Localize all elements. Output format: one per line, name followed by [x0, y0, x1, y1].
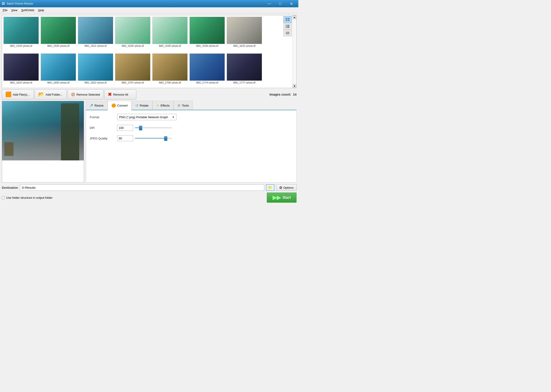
add-folder-button[interactable]: 📂 Add Folder... [35, 90, 67, 99]
gallery-item-1777[interactable]: IMG_1777~photo.tif [226, 53, 262, 88]
view-grid-btn[interactable] [283, 30, 292, 36]
menu-help[interactable]: Help [36, 8, 46, 12]
view-thumbnail-btn[interactable] [283, 16, 292, 23]
gallery-item-1774[interactable]: IMG_1774~photo.tif [189, 53, 225, 88]
gallery-item-1520[interactable]: IMG_1520~photo.tif [40, 16, 77, 51]
options-gear-icon: ⚙ [279, 186, 282, 190]
gallery-item-1539[interactable]: IMG_1539~photo.tif [189, 16, 225, 51]
thumb-1521 [78, 17, 113, 44]
jpeg-slider-fill [135, 138, 166, 139]
gallery-item-1528[interactable]: IMG_1528~photo.tif [115, 16, 151, 51]
gallery-item-1521[interactable]: IMG_1521~photo.tif [77, 16, 114, 51]
format-row: Format PNG (*.png) Portable Network Grap… [90, 114, 293, 120]
dpi-slider-track[interactable] [135, 127, 171, 128]
gallery-label-1777: IMG_1777~photo.tif [233, 81, 255, 84]
remove-all-label: Remove All [113, 93, 128, 96]
gallery-label-1528: IMG_1528~photo.tif [122, 44, 144, 47]
tab-resize[interactable]: ↗ Resize [86, 101, 107, 110]
svg-rect-1 [288, 18, 290, 19]
dpi-slider-thumb[interactable] [139, 126, 142, 130]
preview-lamp [4, 142, 14, 156]
start-button[interactable]: ▶▶ Start [267, 193, 297, 203]
jpeg-quality-row: JPEG Quality [90, 135, 293, 141]
jpeg-slider-track[interactable] [135, 138, 171, 139]
svg-rect-7 [287, 26, 290, 27]
gallery-row-2: IMG_1623~photo.tif IMG_1650~photo.tif IM… [2, 52, 296, 88]
add-files-label: Add File(s)... [13, 93, 30, 96]
svg-rect-4 [286, 25, 287, 26]
tab-effects[interactable]: ✦ Effects [152, 101, 174, 110]
destination-input[interactable] [20, 184, 264, 191]
gallery-item-1615[interactable]: IMG_1615~photo.tif [226, 16, 262, 51]
resize-tab-icon: ↗ [90, 103, 93, 108]
tab-rotate[interactable]: ↺ Rotate [132, 101, 152, 110]
thumb-1539 [190, 17, 225, 44]
gallery-item-1623[interactable]: IMG_1623~photo.tif [3, 53, 39, 88]
view-list-btn[interactable] [283, 23, 292, 29]
gallery-item-1519[interactable]: IMG_1519~photo.tif [3, 16, 39, 51]
gallery-label-1530: IMG_1530~photo.tif [159, 44, 181, 47]
menu-file[interactable]: File [1, 8, 9, 12]
gallery-item-1652[interactable]: IMG_1652~photo.tif [77, 53, 114, 88]
add-files-button[interactable]: 🟧 Add File(s)... [2, 90, 34, 99]
jpeg-quality-label: JPEG Quality [90, 137, 117, 140]
gallery-label-1539: IMG_1539~photo.tif [196, 44, 218, 47]
tools-tab-icon: ⚙ [177, 103, 181, 108]
close-button[interactable]: ✕ [286, 0, 297, 7]
format-select[interactable]: PNG (*.png) Portable Network Graph ▼ [117, 114, 177, 120]
resize-tab-label: Resize [94, 104, 104, 107]
footer-row: Use folder structure in output folder ▶▶… [2, 192, 297, 203]
gallery-label-1652: IMG_1652~photo.tif [85, 81, 106, 84]
tools-tab-label: Tools [182, 104, 189, 107]
destination-folder-icon: 📁 [268, 186, 273, 190]
minimize-button[interactable]: — [264, 0, 275, 7]
gallery-item-1708[interactable]: IMG_1708~photo.tif [152, 53, 188, 88]
tabs-bar: ↗ Resize 🟠 Convert ↺ Rotate ✦ Effects ⚙ [86, 101, 297, 110]
jpeg-quality-input[interactable] [117, 135, 133, 141]
gallery-label-1615: IMG_1615~photo.tif [233, 44, 255, 47]
options-label: Options [283, 186, 294, 189]
effects-tab-label: Effects [161, 104, 170, 107]
remove-selected-label: Remove Selected [77, 93, 100, 96]
gallery-label-1623: IMG_1623~photo.tif [10, 81, 32, 84]
remove-all-button[interactable]: ✖ Remove All [104, 90, 136, 99]
scrollbar-up[interactable]: ▲ [293, 15, 297, 19]
thumb-1652 [78, 53, 113, 81]
thumb-1777 [227, 53, 262, 81]
gallery-label-1521: IMG_1521~photo.tif [85, 44, 106, 47]
gallery-label-1708: IMG_1708~photo.tif [159, 81, 181, 84]
rotate-tab-label: Rotate [140, 104, 148, 107]
remove-selected-button[interactable]: ⊘ Remove Selected [68, 90, 103, 99]
gallery-item-1707[interactable]: IMG_1707~photo.tif [115, 53, 151, 88]
svg-rect-9 [287, 27, 290, 28]
jpeg-slider-thumb[interactable] [164, 136, 167, 141]
thumb-1774 [190, 53, 225, 81]
scrollbar-track[interactable] [293, 19, 297, 84]
gallery-item-1530[interactable]: IMG_1530~photo.tif [152, 16, 188, 51]
thumb-1615 [227, 17, 262, 44]
settings-panel: ↗ Resize 🟠 Convert ↺ Rotate ✦ Effects ⚙ [86, 101, 297, 182]
folder-structure-checkbox[interactable] [2, 196, 5, 199]
thumb-1520 [41, 17, 76, 44]
thumb-1623 [3, 53, 39, 81]
maximize-button[interactable]: □ [275, 0, 286, 7]
dpi-slider-container [117, 125, 171, 131]
menu-view[interactable]: View [9, 8, 19, 12]
rotate-tab-icon: ↺ [135, 103, 138, 108]
gallery-label-1520: IMG_1520~photo.tif [47, 44, 69, 47]
convert-tab-label: Convert [117, 104, 128, 107]
preview-curtain [61, 103, 79, 161]
dpi-label: DPI [90, 126, 117, 130]
svg-rect-2 [286, 20, 287, 21]
scrollbar-down[interactable]: ▼ [293, 84, 297, 88]
dpi-input[interactable] [117, 125, 133, 131]
destination-browse-button[interactable]: 📁 [266, 184, 274, 191]
thumb-1530 [152, 17, 188, 44]
options-button[interactable]: ⚙ Options [276, 184, 297, 191]
tab-convert[interactable]: 🟠 Convert [107, 101, 132, 110]
tab-tools[interactable]: ⚙ Tools [173, 101, 193, 110]
menu-softorbits[interactable]: SoftOrbits [19, 8, 36, 12]
thumb-1650 [41, 53, 76, 81]
main-content: IMG_1519~photo.tif IMG_1520~photo.tif IM… [0, 13, 298, 205]
gallery-item-1650[interactable]: IMG_1650~photo.tif [40, 53, 77, 88]
